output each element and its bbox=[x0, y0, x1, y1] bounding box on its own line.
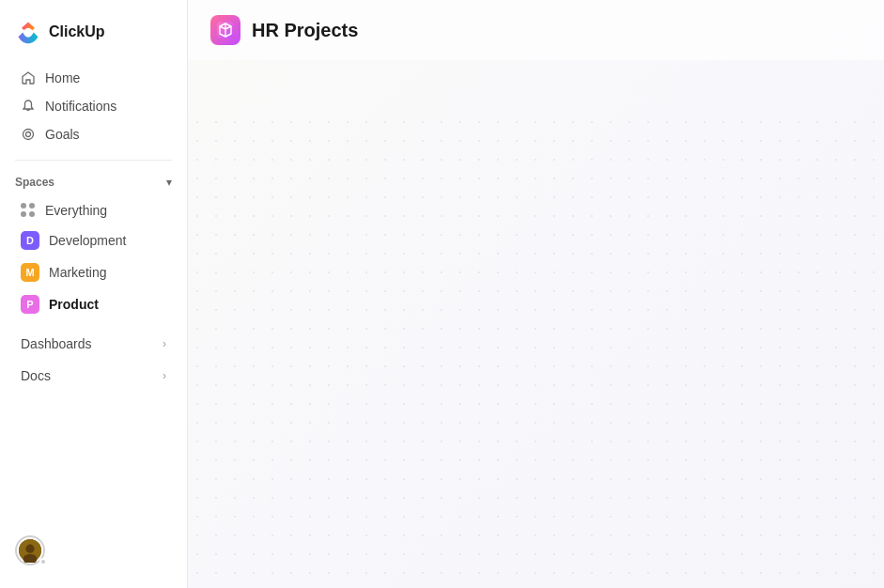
nav-item-home[interactable]: Home bbox=[6, 64, 181, 92]
avatar-image bbox=[19, 538, 41, 563]
goals-icon bbox=[21, 127, 36, 142]
clickup-logo-icon bbox=[15, 19, 41, 45]
everything-label: Everything bbox=[45, 203, 107, 218]
app-name: ClickUp bbox=[49, 23, 105, 40]
dashboards-label: Dashboards bbox=[21, 336, 153, 351]
docs-chevron-icon: › bbox=[163, 369, 166, 382]
main-content: HR Projects bbox=[188, 0, 884, 588]
main-header: HR Projects bbox=[188, 0, 884, 60]
notifications-label: Notifications bbox=[45, 99, 116, 114]
docs-label: Docs bbox=[21, 368, 153, 383]
docs-item[interactable]: Docs › bbox=[6, 360, 181, 392]
main-nav: Home Notifications Goals bbox=[0, 60, 187, 152]
content-area bbox=[188, 56, 884, 588]
product-label: Product bbox=[49, 297, 99, 312]
project-title: HR Projects bbox=[252, 20, 358, 41]
svg-point-3 bbox=[25, 545, 34, 553]
nav-divider bbox=[15, 160, 172, 161]
home-label: Home bbox=[45, 70, 80, 85]
nav-item-goals[interactable]: Goals bbox=[6, 120, 181, 148]
product-badge: P bbox=[21, 295, 39, 314]
home-icon bbox=[21, 70, 36, 85]
svg-point-0 bbox=[23, 130, 34, 140]
space-item-everything[interactable]: Everything bbox=[6, 196, 181, 224]
dashboards-item[interactable]: Dashboards › bbox=[6, 328, 181, 360]
bell-icon bbox=[21, 99, 36, 114]
project-icon-svg bbox=[215, 20, 236, 40]
marketing-badge: M bbox=[21, 263, 39, 282]
nav-item-notifications[interactable]: Notifications bbox=[6, 92, 181, 120]
marketing-label: Marketing bbox=[49, 265, 106, 280]
sidebar-bottom bbox=[0, 524, 187, 577]
user-avatar-container[interactable] bbox=[15, 535, 45, 565]
spaces-header[interactable]: Spaces ▾ bbox=[0, 168, 187, 196]
space-item-development[interactable]: D Development bbox=[6, 224, 181, 256]
project-icon bbox=[210, 15, 240, 45]
development-label: Development bbox=[49, 233, 127, 248]
everything-dots-icon bbox=[21, 203, 36, 218]
space-item-product[interactable]: P Product bbox=[6, 288, 181, 320]
goals-label: Goals bbox=[45, 127, 80, 142]
spaces-chevron-icon: ▾ bbox=[166, 176, 172, 189]
space-item-marketing[interactable]: M Marketing bbox=[6, 256, 181, 288]
logo-area[interactable]: ClickUp bbox=[0, 11, 187, 60]
spaces-title: Spaces bbox=[15, 176, 54, 189]
development-badge: D bbox=[21, 231, 39, 250]
user-status-dot bbox=[39, 558, 47, 565]
dot-grid-background bbox=[188, 113, 884, 588]
dashboards-chevron-icon: › bbox=[163, 337, 166, 350]
svg-point-1 bbox=[26, 132, 31, 137]
sidebar: ClickUp Home Notifications bbox=[0, 0, 188, 588]
